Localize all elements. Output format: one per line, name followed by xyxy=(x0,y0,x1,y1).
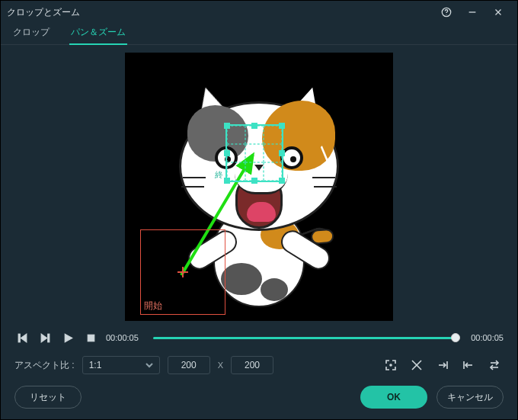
svg-point-1 xyxy=(446,14,446,15)
height-field[interactable]: 200 xyxy=(231,356,273,374)
chevron-down-icon xyxy=(145,361,153,369)
svg-marker-7 xyxy=(21,334,27,342)
svg-rect-6 xyxy=(18,334,20,342)
play-button[interactable] xyxy=(60,330,75,345)
tab-pan-zoom[interactable]: パン＆ズーム xyxy=(69,21,127,44)
timeline-knob[interactable] xyxy=(451,333,460,342)
start-rect[interactable]: 開始 xyxy=(140,229,225,315)
end-rect[interactable]: 終 xyxy=(225,124,283,182)
svg-marker-10 xyxy=(65,334,72,342)
ok-button[interactable]: OK xyxy=(360,386,427,409)
resize-handle[interactable] xyxy=(224,123,230,129)
start-label: 開始 xyxy=(144,300,162,313)
resize-handle[interactable] xyxy=(279,150,285,156)
minimize-icon[interactable] xyxy=(459,1,485,24)
next-frame-button[interactable] xyxy=(37,330,53,345)
svg-point-12 xyxy=(390,364,392,366)
footer: リセット OK キャンセル xyxy=(1,386,517,409)
zoom-in-preset-button[interactable] xyxy=(382,357,400,374)
resize-handle[interactable] xyxy=(279,123,285,129)
aspect-label: アスペクト比 : xyxy=(14,359,75,372)
aspect-ratio-select[interactable]: 1:1 xyxy=(82,356,160,374)
tab-crop[interactable]: クロップ xyxy=(11,21,51,44)
close-icon[interactable] xyxy=(485,1,511,24)
timeline-track[interactable] xyxy=(153,331,456,345)
aspect-controls: アスペクト比 : 1:1 200 X 200 xyxy=(1,345,517,374)
resize-handle[interactable] xyxy=(279,178,285,184)
svg-rect-9 xyxy=(47,334,49,342)
crosshair-icon xyxy=(177,267,188,277)
width-field[interactable]: 200 xyxy=(168,356,210,374)
preview-area: ＼ 開始 終 xyxy=(1,45,517,322)
current-time: 00:00:05 xyxy=(106,333,145,342)
resize-handle[interactable] xyxy=(224,178,230,184)
dimension-separator: X xyxy=(218,361,223,370)
resize-handle[interactable] xyxy=(251,178,257,184)
resize-handle[interactable] xyxy=(251,123,257,129)
prev-frame-button[interactable] xyxy=(14,330,30,345)
help-icon[interactable] xyxy=(433,1,459,24)
stop-button[interactable] xyxy=(83,330,98,345)
aspect-ratio-value: 1:1 xyxy=(89,360,102,370)
preview-canvas[interactable]: ＼ 開始 終 xyxy=(125,53,393,321)
svg-marker-8 xyxy=(41,334,47,342)
playback-bar: 00:00:05 00:00:05 xyxy=(1,322,517,345)
resize-handle[interactable] xyxy=(224,150,230,156)
zoom-out-preset-button[interactable] xyxy=(408,357,426,374)
title-bar: クロップとズーム xyxy=(1,1,517,24)
reset-button[interactable]: リセット xyxy=(14,386,82,409)
svg-rect-11 xyxy=(88,335,94,341)
swap-start-end-button[interactable] xyxy=(485,357,504,374)
pan-right-left-button[interactable] xyxy=(459,357,478,374)
window-title: クロップとズーム xyxy=(7,6,433,19)
tab-bar: クロップ パン＆ズーム xyxy=(1,24,517,45)
cancel-button[interactable]: キャンセル xyxy=(436,386,504,409)
total-time: 00:00:05 xyxy=(464,333,504,342)
pan-left-right-button[interactable] xyxy=(433,357,452,374)
end-label: 終 xyxy=(215,169,223,181)
